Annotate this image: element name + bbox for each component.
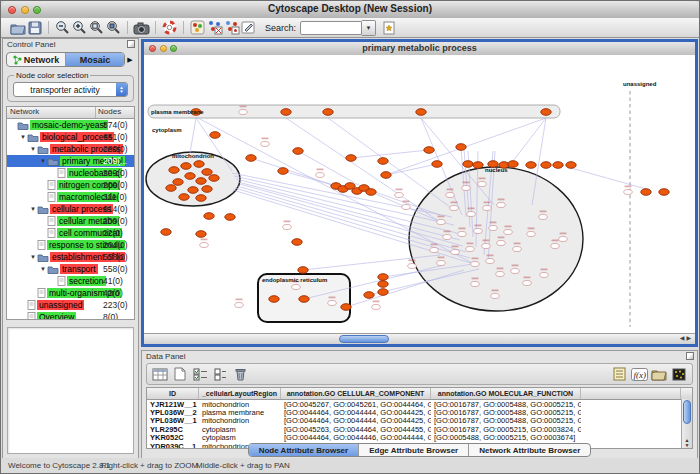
network-node[interactable] [559, 237, 568, 242]
network-node[interactable] [504, 230, 513, 235]
network-node[interactable] [328, 301, 337, 306]
network-node[interactable] [341, 304, 351, 311]
attribute-editor-icon[interactable] [609, 365, 629, 383]
tab-network-attribute-browser[interactable]: Network Attribute Browser [468, 444, 590, 456]
network-node[interactable] [185, 173, 195, 180]
function-builder-icon[interactable]: f(x) [629, 365, 649, 383]
tab-overflow-arrow-icon[interactable]: ▶ [125, 56, 135, 64]
network-node[interactable] [458, 232, 467, 237]
network-node[interactable] [181, 163, 191, 170]
tree-row[interactable]: secretion41(0) [7, 275, 134, 287]
network-node[interactable] [225, 214, 235, 221]
network-node[interactable] [497, 203, 506, 208]
network-node[interactable] [293, 148, 303, 155]
node-color-combo[interactable]: transporter activity ▲▼ [13, 82, 128, 97]
attribute-matrix-icon[interactable] [669, 365, 689, 383]
tree-row[interactable]: cellular metabo209(0) [7, 215, 134, 227]
network-node[interactable] [508, 161, 518, 168]
network-node[interactable] [463, 161, 473, 168]
column-header[interactable]: annotation.GO CELLULAR_COMPONENT [281, 388, 431, 399]
network-node[interactable] [372, 305, 381, 310]
network-node[interactable] [474, 229, 483, 234]
network-node[interactable] [202, 169, 212, 176]
expand-arrow-icon[interactable]: ▼ [39, 266, 47, 272]
save-icon[interactable] [26, 20, 43, 36]
network-node[interactable] [366, 189, 376, 196]
tree-row[interactable]: macromolecule311(0) [7, 191, 134, 203]
tree-row[interactable]: ▼cellular process614(0) [7, 203, 134, 215]
network-horizontal-scrollbar[interactable]: ◀▶ [144, 333, 695, 344]
network-node[interactable] [346, 155, 356, 162]
network-node[interactable] [486, 259, 495, 264]
network-node[interactable] [473, 162, 483, 169]
network-node[interactable] [408, 264, 417, 269]
network-node[interactable] [523, 281, 532, 286]
network-node[interactable] [539, 215, 548, 220]
network-node[interactable] [196, 195, 206, 202]
vizmapper-icon[interactable] [189, 20, 206, 36]
search-input[interactable] [300, 21, 362, 35]
tab-edge-attribute-browser[interactable]: Edge Attribute Browser [358, 444, 468, 456]
region-nucleus[interactable] [409, 167, 583, 311]
network-node[interactable] [179, 194, 189, 201]
new-attribute-icon[interactable] [170, 365, 190, 383]
scrollbar-thumb[interactable] [339, 335, 389, 343]
network-node[interactable] [430, 248, 439, 253]
zoom-fit-icon[interactable] [88, 20, 105, 36]
tab-node-attribute-browser[interactable]: Node Attribute Browser [249, 444, 359, 456]
network-node[interactable] [316, 173, 325, 178]
network-node[interactable] [299, 296, 309, 303]
tree-row[interactable]: Overview8(0) [7, 311, 134, 320]
tree-row[interactable]: mosaic-demo-yeast874(0) [7, 119, 134, 131]
tree-row[interactable]: ▼primary metabol209(... [7, 155, 134, 167]
search-settings-icon[interactable] [381, 20, 398, 36]
zoom-in-icon[interactable] [71, 20, 88, 36]
network-edge[interactable] [190, 118, 196, 153]
tree-column-network[interactable]: Network [7, 107, 96, 118]
search-dropdown-arrow[interactable]: ▼ [362, 20, 376, 36]
network-node[interactable] [204, 213, 214, 220]
tab-network[interactable]: Network [7, 53, 65, 66]
tree-row[interactable]: ▼transport558(0) [7, 263, 134, 275]
network-node[interactable] [200, 243, 209, 248]
network-node[interactable] [298, 267, 308, 274]
network-edge[interactable] [283, 171, 336, 186]
network-window-titlebar[interactable]: primary metabolic process [144, 42, 695, 56]
import-attributes-icon[interactable] [649, 365, 669, 383]
network-edge[interactable] [328, 118, 450, 207]
delete-attribute-icon[interactable] [230, 365, 250, 383]
tree-row[interactable]: unassigned223(0) [7, 299, 134, 311]
expand-arrow-icon[interactable]: ▼ [39, 158, 47, 164]
network-node[interactable] [462, 186, 471, 191]
network-edge[interactable] [351, 150, 429, 158]
network-node[interactable] [437, 261, 446, 266]
tree-row[interactable]: ▼establishment of lo558(0) [7, 251, 134, 263]
network-node[interactable] [511, 269, 520, 274]
network-node[interactable] [278, 168, 288, 175]
window-titlebar[interactable]: Cytoscape Desktop (New Session) [1, 1, 699, 19]
network-node[interactable] [378, 289, 388, 296]
network-node[interactable] [196, 231, 206, 238]
tree-row[interactable]: cell communicat22(0) [7, 227, 134, 239]
network-node[interactable] [261, 142, 270, 147]
network-node[interactable] [194, 161, 204, 168]
snapshot-icon[interactable] [133, 20, 150, 36]
network-node[interactable] [402, 205, 411, 210]
network-node[interactable] [437, 220, 446, 225]
zoom-out-icon[interactable] [54, 20, 71, 36]
expand-arrow-icon[interactable]: ▼ [29, 146, 37, 152]
network-edge[interactable] [232, 173, 452, 217]
help-icon[interactable] [161, 20, 178, 36]
network-node[interactable] [659, 189, 669, 196]
network-node[interactable] [497, 241, 506, 246]
network-node[interactable] [381, 172, 391, 179]
network-node[interactable] [323, 109, 333, 116]
select-attributes-icon[interactable] [190, 365, 210, 383]
tree-row[interactable]: multi-organism pro42(0) [7, 287, 134, 299]
network-node[interactable] [467, 212, 476, 217]
network-node[interactable] [169, 167, 179, 174]
network-node[interactable] [471, 282, 480, 287]
network-node[interactable] [424, 147, 434, 154]
network-node[interactable] [443, 235, 452, 240]
layout-nodes-icon[interactable] [206, 20, 223, 36]
